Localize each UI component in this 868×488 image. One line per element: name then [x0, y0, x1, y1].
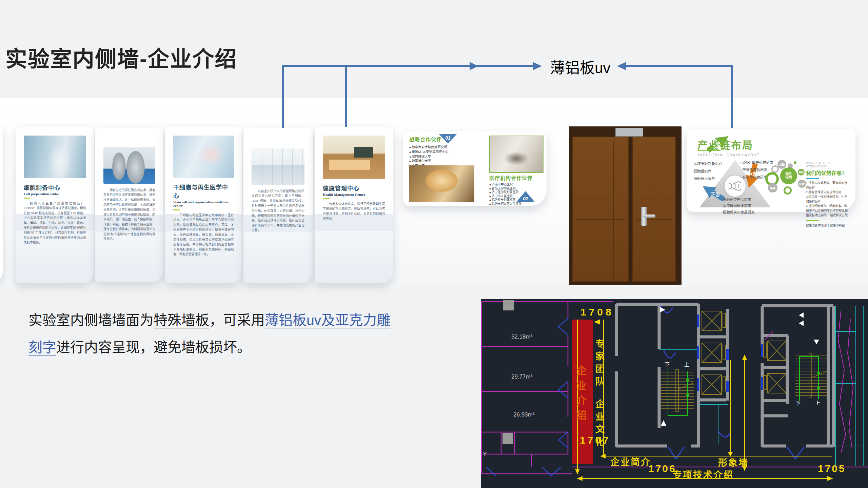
label-corp-intro: 企业简介: [610, 455, 651, 468]
door-groove: [651, 141, 651, 278]
strengths-list: 1.行业内权威品牌，可信赖的合作伙伴 2.拥有全球领先的技术优势 3.国内超一流…: [806, 181, 850, 218]
panel-cell-preparation: 细胞制备中心 Cell preparation center 按照《药品生产质量…: [16, 127, 94, 283]
strength-item: 2.拥有全球领先的技术优势: [806, 190, 850, 195]
connector-arrowhead-right: [533, 62, 542, 70]
panel-tint-lower: [315, 231, 393, 283]
bubble-keji: 科技: [798, 169, 805, 176]
partner-item: 美国M. D.安德森癌症中心: [409, 149, 474, 154]
panel-body: 包括多媒体会议室，进行干细胞及再生医学知识的宣讲和科普；健康管理室，可以为客户量…: [323, 202, 385, 221]
description-paragraph: 实验室内侧墙墙面为特殊墙板，可采用薄铝板uv及亚克力雕 刻字进行内容呈现，避免墙…: [28, 307, 462, 361]
partner-item: 临沂市河东区人民医院: [489, 202, 544, 206]
desc-text: 进行内容呈现，避免墙板损坏。: [56, 340, 251, 355]
door-groove: [636, 200, 672, 200]
panel-stem-cell-center: 干细胞与再生医学中心 Stem cell and regenerative me…: [165, 127, 242, 283]
stair-down-label: 下: [665, 361, 670, 368]
handshake-photo-warm: [409, 165, 474, 202]
connector-arrowhead-mid: [470, 62, 478, 70]
panel-tint-lower: [243, 232, 313, 283]
strengths-blue-divider: [806, 178, 819, 179]
partner-item: 济南市中心医院: [489, 183, 544, 187]
strengths-eyebrow: WHAT ARE OUR STRENGTHS?: [806, 161, 850, 168]
desc-text: 实验室内侧墙墙面为: [28, 312, 154, 328]
industry-item: 细胞相关化妆品研发: [721, 209, 755, 215]
strength-item: 3.国内超一流的细胞研发、生产和质检硬件: [806, 195, 850, 204]
slide: 实验室内侧墙-企业介绍 薄铝板uv 细胞制备中心 Cell preparatio…: [0, 0, 868, 488]
panel-subtitle: Health Management Center: [323, 193, 385, 197]
industry-subtitle: INDUSTRIAL CHAIN LAYOUT: [698, 153, 760, 157]
panel-cryo-storage: 拥有先进的深低温冻存技术；具备完善的深低温冻存质量管理体系；采用冷链运输技术、唯…: [95, 128, 163, 282]
cad-drawing: [481, 299, 868, 488]
panel-subtitle: Cell preparation center: [24, 192, 86, 196]
bubble-main-line1: 领先: [785, 172, 792, 176]
bubble-main: 领先优势: [780, 167, 797, 184]
bubble-ring-green-small: [784, 186, 792, 195]
door-groove: [613, 141, 614, 278]
panel-title: 细胞制备中心: [24, 183, 86, 191]
green-dash: [323, 198, 330, 199]
green-dash: [173, 209, 180, 210]
downstream-list: 细胞治疗产品应用 医疗器械研发应用 细胞相关化妆品研发: [721, 197, 755, 215]
industry-item: 医疗器械研发应用: [721, 203, 755, 209]
panel-body: 干细胞与再生医学中心集中高校、医疗机构、企业在干细胞与再生医学方面研究的力量，推…: [173, 213, 234, 257]
area-label: 26.93m²: [513, 411, 534, 418]
partner-item: 瑞典隆德大学: [409, 154, 474, 159]
label-corp-culture: 企业文化: [593, 399, 606, 449]
callout-label: 薄铝板uv: [550, 56, 610, 78]
panel-body: 按照《药品生产质量管理规范》、ISO9001 质量管理体系等规范建设运营，建设符…: [24, 201, 86, 245]
connector-drop-line-1: [282, 65, 284, 129]
label-expert-team: 专家团队: [593, 339, 606, 389]
door-groove: [576, 219, 625, 220]
desc-blue-link-text: 刻字: [28, 340, 56, 355]
connector-arrowhead-left: [617, 62, 626, 70]
label-special-tech: 专项技术介绍: [673, 468, 734, 481]
bubble-koubei: 口碑: [777, 160, 786, 169]
panel-health-management: 健康管理中心 Health Management Center 包括多媒体会议室…: [315, 127, 393, 283]
strength-item: 1.行业内权威品牌，可信赖的合作伙伴: [806, 181, 850, 190]
partner-item: 青岛大学附属医院: [489, 187, 544, 191]
panel-title: 健康管理中心: [323, 184, 385, 192]
green-dash: [24, 198, 31, 199]
partners-right-title: 医疗机构合作伙伴: [489, 174, 544, 181]
partner-item: 加拿大安大略癌症研究所: [409, 145, 474, 149]
bubble-pinzhi: 品质: [768, 183, 777, 192]
strengths-title: 我们的优势在哪?: [806, 169, 850, 176]
lab-hall-photo: [252, 148, 304, 185]
dim-label-1706: 1706: [648, 463, 676, 474]
panel-body: 以自主知识产权的新型细胞药物研发作为核心研究方向，建立干细胞、CART细胞、外泌…: [252, 189, 304, 233]
door-leaf-left: [572, 137, 629, 282]
area-label: 29.77m²: [511, 373, 532, 380]
connector-drop-line-2: [345, 65, 347, 129]
dim-label-1705: 1705: [818, 463, 846, 474]
panel-industry-chain: 产业链布局 INDUSTRIAL CHAIN LAYOUT 上游 中游 下游 区…: [687, 129, 855, 212]
desc-underlined-text: 特殊墙板: [154, 312, 209, 328]
page-title: 实验室内侧墙-企业介绍: [5, 41, 237, 73]
stair-up-label: 上: [684, 361, 689, 368]
panel-drug-research: 以自主知识产权的新型细胞药物研发作为核心研究方向，建立干细胞、CART细胞、外泌…: [243, 128, 313, 283]
label-corp-intro-redbar: 企业介绍: [573, 365, 588, 425]
area-label: 32.18m²: [511, 333, 532, 340]
conference-room-photo: [323, 136, 385, 179]
desc-blue-link-text: 薄铝板uv及亚克力雕: [265, 312, 391, 328]
panel-edge-sliver: [0, 127, 3, 283]
strengths-tagline: 健康的身体来源于健康的细胞: [806, 223, 850, 227]
bubble-main-line2: 优势: [785, 176, 792, 180]
strength-item: 4.提供细胞储存、细胞制备、科研服务以及细胞实验室的整体输出及技术支持等一站式解…: [806, 204, 850, 218]
strengths-green-divider: [806, 220, 819, 221]
door-handle-lever: [643, 215, 655, 218]
stair-down-label: 下: [795, 399, 801, 406]
industry-item: 细胞组织库: [691, 167, 722, 175]
partner-item: 济宁市人民医院: [489, 195, 544, 199]
strengths-column: WHAT ARE OUR STRENGTHS? 我们的优势在哪? 1.行业内权威…: [806, 161, 850, 227]
panel-partners: 战略合作伙伴 加拿大安大略癌症研究所 美国M. D.安德森癌症中心 瑞典隆德大学…: [403, 131, 547, 206]
panel-title: 干细胞与再生医学中心: [173, 183, 234, 200]
desc-text: ，可采用: [209, 312, 265, 328]
door-closer-plate: [615, 128, 643, 137]
partners-right-list: 济南市中心医院 青岛大学附属医院 济宁医学院附属医院 济宁市人民医院 临沂医专附…: [489, 183, 544, 206]
bubble-dot-green: [794, 161, 796, 164]
cryotank-photo: [103, 147, 155, 184]
industry-item: 细胞治疗产品应用: [721, 197, 755, 203]
researchers-photo: [173, 136, 234, 178]
connector-line-left: [282, 65, 537, 67]
label-image-wall: 形象墙: [718, 455, 749, 469]
panel-body: 拥有先进的深低温冻存技术；具备完善的深低温冻存质量管理体系；采用冷链运输技术、唯…: [103, 188, 155, 241]
